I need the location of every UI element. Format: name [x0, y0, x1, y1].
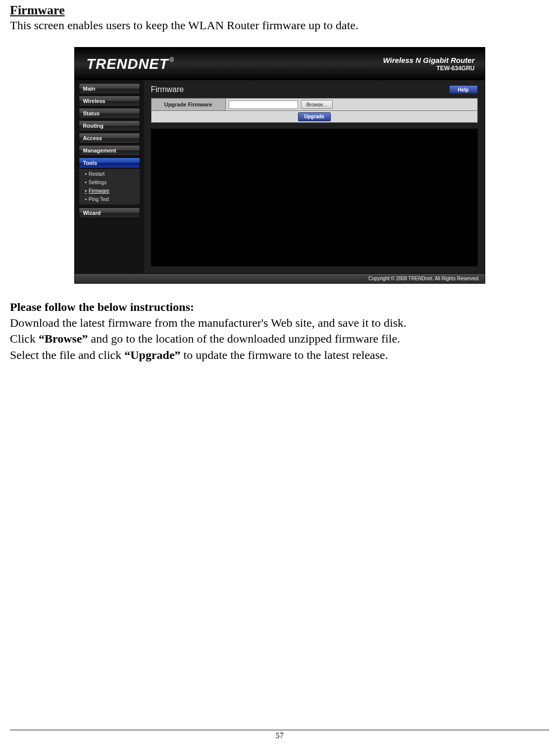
content-title: Firmware: [151, 85, 184, 94]
nav-routing[interactable]: Routing: [79, 120, 140, 131]
nav-wizard[interactable]: Wizard: [79, 207, 140, 218]
sub-restart[interactable]: •Restart: [79, 170, 140, 178]
ui-footer-copyright: Copyright © 2008 TRENDnet. All Rights Re…: [75, 273, 485, 283]
bullet-icon: •: [85, 188, 87, 194]
ui-body: Main Wireless Status Routing Access Mana…: [75, 80, 485, 273]
action-row: Upgrade: [152, 110, 477, 122]
router-admin-window: TRENDNET ® Wireless N Gigabit Router TEW…: [74, 47, 485, 284]
bullet-icon: •: [85, 180, 87, 185]
section-title: Firmware: [10, 3, 549, 18]
firmware-file-input[interactable]: [229, 101, 298, 109]
instructions-heading: Please follow the below instructions:: [10, 301, 549, 314]
nav-main[interactable]: Main: [79, 83, 140, 94]
nav-management[interactable]: Management: [79, 145, 140, 156]
sub-pingtest[interactable]: •Ping Test: [79, 195, 140, 203]
page-number: 57: [276, 731, 284, 740]
content-area: Firmware Help Upgrade Firmware Browse...…: [144, 80, 485, 273]
instruction-line-1: Download the latest firmware from the ma…: [10, 315, 549, 331]
nav-wireless[interactable]: Wireless: [79, 96, 140, 106]
browse-button[interactable]: Browse...: [301, 100, 333, 109]
upgrade-firmware-label: Upgrade Firmware: [152, 99, 226, 110]
bullet-icon: •: [85, 197, 87, 202]
product-model: TEW-634GRU: [383, 65, 475, 72]
ui-header: TRENDNET ® Wireless N Gigabit Router TEW…: [75, 48, 485, 80]
action-field: Upgrade: [152, 111, 477, 122]
sub-settings[interactable]: •Settings: [79, 178, 140, 187]
content-title-row: Firmware Help: [151, 85, 478, 94]
section-intro: This screen enables users to keep the WL…: [10, 19, 549, 32]
sub-firmware[interactable]: •Firmware: [79, 187, 140, 195]
registered-icon: ®: [169, 56, 174, 63]
screenshot-container: TRENDNET ® Wireless N Gigabit Router TEW…: [10, 47, 549, 284]
header-product: Wireless N Gigabit Router TEW-634GRU: [383, 56, 475, 72]
bullet-icon: •: [85, 171, 87, 177]
nav-status[interactable]: Status: [79, 108, 140, 119]
content-empty-area: [151, 129, 478, 266]
tools-submenu: •Restart •Settings •Firmware •Ping Test: [79, 169, 140, 205]
upgrade-row: Upgrade Firmware Browse...: [152, 99, 477, 110]
nav-tools[interactable]: Tools: [79, 157, 140, 168]
nav-access[interactable]: Access: [79, 133, 140, 144]
product-name: Wireless N Gigabit Router: [383, 56, 475, 64]
page-footer: 57: [10, 730, 549, 740]
instruction-line-3: Select the file and click “Upgrade” to u…: [10, 347, 549, 363]
upgrade-button[interactable]: Upgrade: [298, 112, 331, 121]
upgrade-field: Browse...: [226, 99, 477, 110]
instruction-line-2: Click “Browse” and go to the location of…: [10, 331, 549, 347]
firmware-panel: Upgrade Firmware Browse... Upgrade: [151, 98, 478, 123]
brand-logo: TRENDNET ®: [87, 56, 174, 72]
sidebar: Main Wireless Status Routing Access Mana…: [75, 80, 144, 273]
brand-text-main: TRENDNET: [87, 56, 169, 72]
help-button[interactable]: Help: [449, 85, 478, 94]
